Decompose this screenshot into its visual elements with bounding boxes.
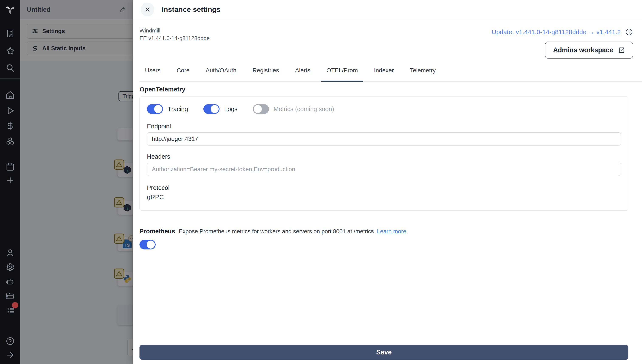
headers-input[interactable] (147, 163, 621, 176)
user-icon[interactable] (6, 248, 15, 258)
prometheus-title: Prometheus (139, 228, 175, 234)
runs-play-icon[interactable] (6, 106, 15, 116)
metrics-toggle-item: Metrics (coming soon) (253, 104, 334, 114)
info-icon[interactable] (625, 28, 633, 36)
schedules-calendar-icon[interactable] (6, 162, 15, 172)
endpoint-input[interactable] (147, 132, 621, 146)
star-icon[interactable] (6, 46, 15, 56)
settings-tabs: Users Core Auth/OAuth Registries Alerts … (139, 63, 642, 82)
folders-icon[interactable] (6, 292, 15, 301)
admins-workspace-button[interactable]: Admins workspace (545, 42, 633, 58)
tab-otel-prom[interactable]: OTEL/Prom (321, 63, 364, 82)
tab-alerts[interactable]: Alerts (289, 63, 316, 82)
prometheus-section: Prometheus Expose Prometheus metrics for… (139, 227, 628, 250)
help-icon[interactable] (6, 336, 15, 346)
endpoint-label: Endpoint (147, 123, 621, 130)
logs-label: Logs (224, 106, 238, 113)
notification-badge (12, 302, 18, 308)
prometheus-description: Expose Prometheus metrics for workers an… (179, 228, 375, 234)
home-icon[interactable] (6, 90, 15, 100)
tab-users[interactable]: Users (139, 63, 166, 82)
tracing-toggle-item: Tracing (147, 104, 188, 114)
settings-gear-icon[interactable] (6, 262, 15, 272)
tab-indexer[interactable]: Indexer (368, 63, 399, 82)
otel-toggles: Tracing Logs Metrics (coming soon) (147, 104, 621, 114)
admins-workspace-label: Admins workspace (553, 46, 613, 54)
workers-robot-icon[interactable] (6, 277, 15, 286)
drawer-header: Instance settings (133, 0, 642, 19)
opentelemetry-heading: OpenTelemetry (139, 86, 628, 93)
instance-settings-drawer: Instance settings Windmill EE v1.441.0-1… (133, 0, 642, 364)
tab-telemetry[interactable]: Telemetry (404, 63, 441, 82)
learn-more-link[interactable]: Learn more (377, 228, 406, 234)
protocol-label: Protocol (147, 184, 621, 191)
opentelemetry-card: Tracing Logs Metrics (coming soon) Endpo… (139, 96, 628, 211)
update-row: Update: v1.441.0-14-g81128ddde → v1.441.… (492, 28, 633, 36)
prometheus-toggle[interactable] (139, 240, 156, 250)
resources-cubes-icon[interactable] (6, 136, 15, 146)
drawer-title: Instance settings (162, 5, 221, 14)
variables-dollar-icon[interactable] (6, 121, 15, 130)
sidebar-divider (0, 78, 20, 79)
save-button[interactable]: Save (139, 345, 628, 360)
app-name: Windmill (139, 27, 210, 34)
logs-toggle[interactable] (203, 104, 219, 114)
tab-core[interactable]: Core (171, 63, 195, 82)
otel-tab-content: OpenTelemetry Tracing Logs Metrics (comi… (139, 86, 628, 250)
external-link-icon (618, 47, 625, 54)
windmill-logo-icon[interactable] (5, 4, 15, 14)
tracing-label: Tracing (168, 106, 188, 113)
logs-toggle-item: Logs (203, 104, 238, 114)
metrics-label: Metrics (coming soon) (274, 106, 334, 113)
version-block: Windmill EE v1.441.0-14-g81128ddde (139, 27, 210, 42)
sidebar (0, 0, 20, 364)
tab-auth-oauth[interactable]: Auth/OAuth (200, 63, 242, 82)
expand-arrow-icon[interactable] (6, 350, 15, 360)
update-link[interactable]: Update: v1.441.0-14-g81128ddde → v1.441.… (492, 28, 621, 36)
version-line: EE v1.441.0-14-g81128ddde (139, 34, 210, 42)
add-plus-icon[interactable] (6, 176, 15, 185)
tab-registries[interactable]: Registries (247, 63, 284, 82)
workspace-building-icon[interactable] (6, 29, 15, 38)
modal-overlay[interactable] (20, 0, 133, 364)
protocol-value: gRPC (147, 194, 621, 201)
headers-label: Headers (147, 153, 621, 160)
metrics-toggle-disabled (253, 104, 269, 114)
windmill-app: Untitled Settings All Static Inputs Trig… (0, 0, 642, 364)
search-icon[interactable] (6, 63, 15, 72)
close-icon[interactable] (141, 3, 154, 16)
tracing-toggle[interactable] (147, 104, 163, 114)
